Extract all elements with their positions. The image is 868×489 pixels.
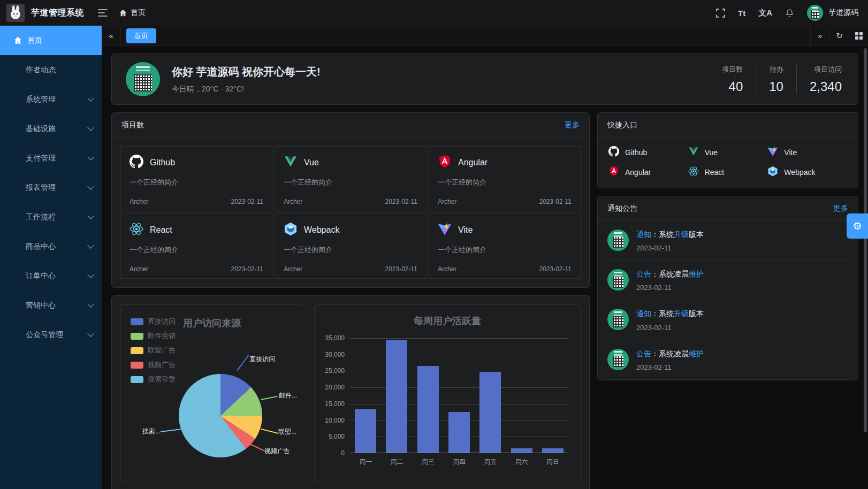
welcome-greeting: 你好 芋道源码 祝你开心每一天! — [172, 65, 321, 79]
breadcrumb[interactable]: 首页 — [119, 8, 146, 18]
project-card-angular[interactable]: Angular一个正经的简介Archer2023-02-11 — [429, 146, 581, 211]
project-footer: Archer2023-02-11 — [130, 265, 263, 273]
project-footer: Archer2023-02-11 — [284, 265, 417, 273]
shortcut-angular[interactable]: Angular — [608, 166, 688, 178]
font-size-icon[interactable]: Tt — [738, 9, 745, 18]
notices-more-link[interactable]: 更多 — [833, 204, 848, 213]
projects-more-link[interactable]: 更多 — [565, 120, 580, 130]
notice-item-1[interactable]: 通知：系统升级版本2023-02-11 — [607, 221, 848, 261]
sidebar-item-7[interactable]: 工作流程 — [0, 202, 102, 232]
sidebar-item-label: 作者动态 — [26, 65, 92, 75]
project-desc: 一个正经的简介 — [130, 245, 263, 255]
notice-avatar — [607, 309, 629, 330]
chevron-down-icon — [87, 212, 94, 219]
welcome-weather: 今日晴，20°C - 32°C! — [172, 85, 321, 94]
sidebar-item-1[interactable]: 首页 — [0, 26, 102, 55]
project-card-github[interactable]: Github一个正经的简介Archer2023-02-11 — [120, 146, 272, 211]
notice-item-4[interactable]: 公告：系统凌晨维护2023-02-11 — [607, 340, 848, 380]
sidebar-item-label: 工作流程 — [26, 212, 87, 222]
sidebar-item-label: 系统管理 — [26, 95, 87, 104]
shortcut-react[interactable]: React — [688, 166, 768, 178]
sidebar-item-10[interactable]: 营销中心 — [0, 291, 102, 320]
tab-home[interactable]: 首页 — [126, 28, 156, 43]
project-card-vue[interactable]: Vue一个正经的简介Archer2023-02-11 — [275, 146, 427, 211]
notices-card: 通知公告 更多 通知：系统升级版本2023-02-11公告：系统凌晨维护2023… — [597, 196, 858, 380]
breadcrumb-label: 首页 — [131, 8, 146, 18]
webpack-icon — [767, 166, 778, 178]
collapse-menu-icon[interactable] — [98, 9, 108, 17]
shortcut-vue[interactable]: Vue — [688, 146, 768, 158]
shortcut-github[interactable]: Github — [608, 146, 688, 158]
x-axis-label: 周三 — [417, 457, 439, 467]
sidebar-item-label: 公众号管理 — [26, 330, 87, 340]
sidebar-item-11[interactable]: 公众号管理 — [0, 320, 102, 349]
bar-周五 — [479, 372, 501, 453]
project-footer: Archer2023-02-11 — [284, 198, 417, 205]
refresh-icon[interactable]: ↻ — [829, 26, 849, 45]
username: 芋道源码 — [828, 8, 858, 18]
stat-待办: 待办10 — [756, 65, 796, 94]
welcome-card: 你好 芋道源码 祝你开心每一天! 今日晴，20°C - 32°C! 项目数40待… — [111, 54, 858, 105]
language-icon[interactable]: 文A — [758, 8, 772, 18]
tabs-collapse-left-icon[interactable]: « — [102, 26, 121, 45]
settings-drawer-button[interactable]: ⚙ — [847, 213, 868, 239]
react-icon — [130, 222, 143, 238]
y-axis-label: 35,000 — [325, 334, 345, 342]
sidebar-item-5[interactable]: 支付管理 — [0, 143, 102, 173]
notice-item-2[interactable]: 公告：系统凌晨维护2023-02-11 — [607, 261, 848, 300]
bar-chart-plot: 05,00010,00015,00020,00025,00030,00035,0… — [350, 338, 568, 453]
sidebar-item-8[interactable]: 商品中心 — [0, 232, 102, 261]
legend-item-联盟广告[interactable]: 联盟广告 — [131, 346, 176, 355]
sidebar-item-2[interactable]: 作者动态 — [0, 55, 102, 85]
legend-item-视频广告[interactable]: 视频广告 — [131, 360, 176, 370]
notice-item-3[interactable]: 通知：系统升级版本2023-02-11 — [607, 300, 848, 340]
notice-date: 2023-02-11 — [636, 363, 704, 371]
project-name: Github — [150, 158, 175, 167]
project-footer: Archer2023-02-11 — [130, 198, 263, 205]
pie-chart — [179, 374, 262, 457]
pie-chart-title: 用户访问来源 — [183, 317, 241, 330]
webpack-icon — [284, 222, 298, 238]
pie-callout-label: 直接访问 — [249, 355, 275, 364]
gear-icon: ⚙ — [852, 220, 862, 232]
legend-swatch — [131, 376, 143, 383]
legend-label: 直接访问 — [148, 317, 176, 326]
bar-周日 — [542, 448, 564, 453]
bell-icon[interactable] — [785, 9, 794, 18]
fullscreen-icon[interactable] — [716, 9, 725, 18]
legend-item-搜索引擎[interactable]: 搜索引擎 — [131, 375, 176, 384]
bar-chart-title: 每周用户活跃量 — [315, 315, 580, 327]
sidebar-item-6[interactable]: 报表管理 — [0, 173, 102, 202]
sidebar-item-4[interactable]: 基础设施 — [0, 114, 102, 143]
legend-item-邮件营销[interactable]: 邮件营销 — [131, 331, 176, 341]
user-avatar[interactable] — [807, 5, 823, 21]
notice-title: 通知：系统升级版本 — [636, 230, 704, 239]
sidebar-item-3[interactable]: 系统管理 — [0, 85, 102, 114]
main-content: 你好 芋道源码 祝你开心每一天! 今日晴，20°C - 32°C! 项目数40待… — [102, 46, 868, 489]
projects-card: 项目数 更多 Github一个正经的简介Archer2023-02-11Vue一… — [111, 112, 590, 288]
project-card-vite[interactable]: Vite一个正经的简介Archer2023-02-11 — [429, 213, 581, 279]
project-card-webpack[interactable]: Webpack一个正经的简介Archer2023-02-11 — [275, 213, 427, 279]
tabs-scroll-right-icon[interactable]: » — [810, 26, 829, 45]
pie-callout-label: 视频广告 — [264, 447, 290, 456]
legend-label: 搜索引擎 — [148, 375, 176, 384]
stat-value: 10 — [769, 79, 783, 94]
shortcut-vite[interactable]: Vite — [767, 146, 847, 158]
shortcut-webpack[interactable]: Webpack — [767, 166, 847, 178]
y-axis-label: 5,000 — [329, 433, 345, 440]
sidebar-item-9[interactable]: 订单中心 — [0, 261, 102, 291]
project-author: Archer — [438, 198, 456, 205]
welcome-stats: 项目数40待办10项目访问2,340 — [709, 65, 844, 94]
stat-项目访问: 项目访问2,340 — [796, 65, 844, 94]
project-card-react[interactable]: React一个正经的简介Archer2023-02-11 — [120, 213, 272, 279]
sidebar-item-label: 营销中心 — [26, 301, 87, 310]
notice-date: 2023-02-11 — [636, 244, 704, 252]
x-axis-label: 周日 — [542, 457, 564, 467]
legend-item-直接访问[interactable]: 直接访问 — [131, 317, 176, 326]
shortcut-label: Webpack — [784, 168, 815, 177]
pie-callout-line — [250, 444, 265, 451]
tab-options-grid-icon[interactable] — [849, 26, 868, 45]
project-desc: 一个正经的简介 — [438, 245, 572, 255]
vertical-scrollbar[interactable] — [864, 48, 867, 432]
stat-项目数: 项目数40 — [709, 65, 756, 94]
